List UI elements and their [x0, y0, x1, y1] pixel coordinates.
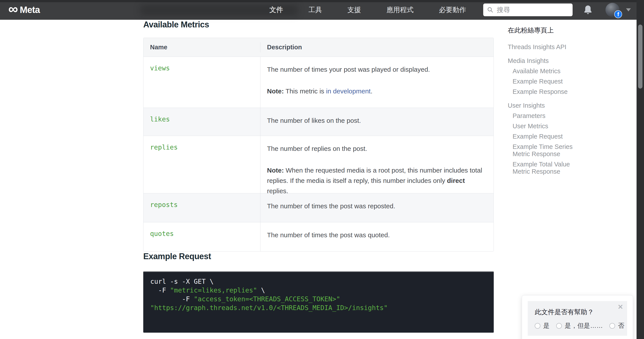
metric-name: replies — [150, 143, 178, 151]
toc-link-available-metrics[interactable]: Available Metrics — [508, 68, 583, 75]
table-row-views: views The number of times your post was … — [144, 57, 494, 108]
table-row-replies: replies The number of replies on the pos… — [144, 136, 494, 193]
toc-section: User Insights Parameters User Metrics Ex… — [508, 102, 583, 175]
metric-description: The number of likes on the post. — [267, 115, 487, 126]
code-line: curl -s -X GET \ — [150, 277, 487, 286]
nav-item-tools[interactable]: 工具 — [308, 5, 322, 15]
table-row-likes: likes The number of likes on the post. — [144, 108, 494, 136]
metric-name: quotes — [150, 230, 174, 237]
metrics-table: Name Description views The number of tim… — [143, 38, 494, 251]
toc-link-user-metrics[interactable]: User Metrics — [508, 123, 583, 130]
feedback-widget: ✕ 此文件是否有幫助？ 是 是，但是…… 否 — [522, 295, 633, 339]
toc-link-threads-insights-api[interactable]: Threads Insights API — [508, 44, 583, 51]
metric-description: The number of replies on the post. — [267, 143, 487, 154]
metric-note: Note: This metric is in development. — [267, 86, 487, 96]
feedback-question: 此文件是否有幫助？ — [535, 308, 620, 317]
nav-item-docs[interactable]: 文件 — [270, 5, 283, 15]
nav-item-required-actions[interactable]: 必要動作 — [439, 5, 466, 15]
scrollbar-track[interactable] — [636, 0, 644, 339]
toc-link-example-request[interactable]: Example Request — [508, 78, 583, 85]
metric-name: views — [150, 64, 170, 72]
feedback-options: 是 是，但是…… 否 — [535, 321, 620, 330]
toc-link-example-time-series[interactable]: Example Time Series Metric Response — [508, 143, 583, 158]
toc-link-example-total-value[interactable]: Example Total Value Metric Response — [508, 161, 583, 175]
scrollbar-thumb[interactable] — [638, 25, 642, 89]
close-icon[interactable]: ✕ — [618, 304, 623, 310]
notifications-button[interactable] — [583, 5, 593, 15]
feedback-option-yes-but[interactable]: 是，但是…… — [556, 321, 603, 330]
bell-icon — [583, 5, 592, 15]
feedback-option-yes[interactable]: 是 — [535, 321, 550, 330]
toc-link-media-insights[interactable]: Media Insights — [508, 57, 583, 65]
metric-note: Note: When the requested media is a root… — [267, 165, 487, 196]
toc-link-example-request-2[interactable]: Example Request — [508, 133, 583, 140]
top-navbar: ∞ Meta 文件 工具 支援 應用程式 必要動作 f — [0, 0, 644, 20]
toc-section: Threads Insights API — [508, 44, 583, 51]
metric-name: reposts — [150, 201, 178, 209]
col-header-description: Description — [260, 42, 494, 52]
meta-wordmark: Meta — [20, 5, 40, 15]
facebook-badge-icon: f — [614, 10, 622, 18]
toc-link-parameters[interactable]: Parameters — [508, 112, 583, 120]
code-line: "https://graph.threads.net/v1.0/<THREADS… — [150, 303, 487, 312]
section-title-available-metrics: Available Metrics — [143, 20, 494, 29]
feedback-panel: ✕ 此文件是否有幫助？ 是 是，但是…… 否 — [528, 301, 627, 336]
toc-section: Media Insights Available Metrics Example… — [508, 57, 583, 95]
toc-link-example-response[interactable]: Example Response — [508, 88, 583, 95]
metric-description: The number of times your post was played… — [267, 64, 487, 75]
table-row-reposts: reposts The number of times the post was… — [144, 193, 494, 222]
code-line: -F "access_token=<THREADS_ACCESS_TOKEN>" — [150, 295, 487, 303]
doc-content: Available Metrics Name Description views… — [143, 20, 494, 333]
radio-button[interactable] — [535, 323, 540, 329]
section-title-example-request: Example Request — [143, 251, 494, 261]
table-header-row: Name Description — [144, 38, 494, 57]
in-development-link[interactable]: in development — [326, 88, 370, 95]
radio-button[interactable] — [556, 323, 562, 329]
search-box[interactable] — [483, 4, 572, 16]
meta-logo[interactable]: ∞ Meta — [8, 5, 40, 15]
feedback-option-no[interactable]: 否 — [610, 321, 624, 330]
toc-heading: 在此粉絲專頁上 — [508, 26, 583, 34]
metric-name: likes — [150, 115, 170, 123]
code-line: -F "metric=likes,replies" \ — [150, 286, 487, 295]
navbar-menu: 文件 工具 支援 應用程式 必要動作 — [270, 5, 466, 15]
nav-item-apps[interactable]: 應用程式 — [386, 5, 414, 15]
toc-link-user-insights[interactable]: User Insights — [508, 102, 583, 109]
user-avatar[interactable]: f — [606, 3, 620, 17]
col-header-name: Name — [144, 44, 260, 51]
chevron-down-icon[interactable] — [626, 8, 631, 12]
curl-code-block: curl -s -X GET \ -F "metric=likes,replie… — [143, 271, 494, 333]
metric-description: The number of times the post was quoted. — [267, 230, 487, 240]
nav-item-support[interactable]: 支援 — [348, 5, 361, 15]
table-row-quotes: quotes The number of times the post was … — [144, 222, 494, 251]
radio-button[interactable] — [610, 323, 615, 329]
search-icon — [487, 6, 493, 13]
on-this-page-toc: 在此粉絲專頁上 Threads Insights API Media Insig… — [508, 26, 583, 175]
search-input[interactable] — [496, 6, 569, 14]
metric-description: The number of times the post was reposte… — [267, 201, 487, 211]
